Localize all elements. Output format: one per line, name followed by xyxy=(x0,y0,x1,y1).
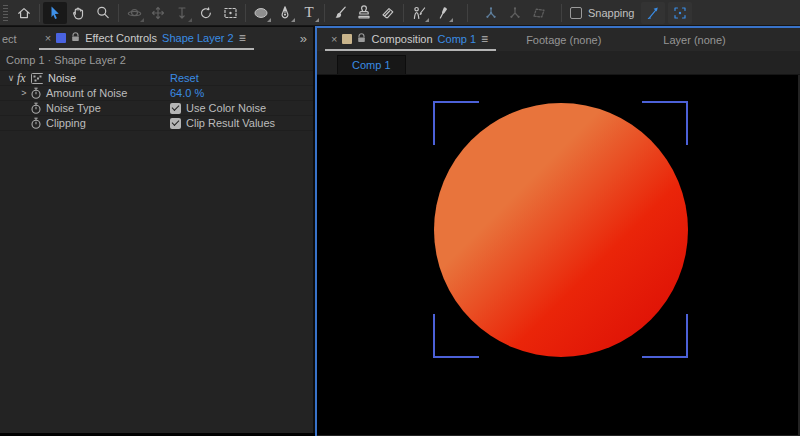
puppet-pin-icon xyxy=(435,5,451,21)
lock-icon xyxy=(357,33,366,45)
pen-tool[interactable] xyxy=(273,2,297,24)
label-color-square xyxy=(342,34,352,44)
pan-camera-icon xyxy=(150,5,166,21)
effect-breadcrumb: Comp 1 · Shape Layer 2 xyxy=(0,50,313,71)
fx-badge[interactable]: fx xyxy=(17,71,31,86)
tab-overflow-chevron[interactable]: » xyxy=(300,27,306,50)
shape-tool[interactable] xyxy=(249,2,273,24)
snap-arrow-icon xyxy=(645,5,661,21)
tab-project-truncated[interactable]: ect xyxy=(0,33,25,45)
pan-behind-anchor-tool[interactable] xyxy=(218,2,242,24)
snap-beyond-layer-toggle[interactable] xyxy=(668,2,692,24)
toolbar-separator xyxy=(467,4,468,22)
toolbar-separator xyxy=(403,4,404,22)
brush-icon xyxy=(332,5,348,21)
snap-along-edges-toggle[interactable] xyxy=(641,2,665,24)
snapping-control: Snapping xyxy=(570,7,635,19)
selection-tool[interactable] xyxy=(43,2,67,24)
ellipse-shape-icon xyxy=(252,5,270,21)
orbit-camera-tool[interactable] xyxy=(122,2,146,24)
property-row-amount[interactable]: > Amount of Noise 64.0 % xyxy=(0,86,313,101)
after-effects-window: T Snapping xyxy=(0,0,800,436)
roto-brush-tool[interactable] xyxy=(407,2,431,24)
composition-viewer[interactable] xyxy=(317,75,798,435)
stopwatch-icon[interactable] xyxy=(30,102,42,115)
dolly-camera-tool[interactable] xyxy=(170,2,194,24)
joint-icon xyxy=(483,5,499,21)
effect-name: Noise xyxy=(48,72,76,84)
selection-corner-bottom-left[interactable] xyxy=(433,314,479,358)
selection-corner-top-left[interactable] xyxy=(433,101,479,145)
toolbar-separator xyxy=(324,4,325,22)
effect-controls-panel: ect × Effect Controls Shape Layer 2 ≡ » … xyxy=(0,27,313,433)
clip-result-values-checkbox[interactable] xyxy=(170,118,181,129)
snapping-checkbox[interactable] xyxy=(570,7,582,19)
mesh-icon xyxy=(531,5,547,21)
tool-bar: T Snapping xyxy=(0,0,800,26)
lock-icon xyxy=(71,32,80,44)
clone-stamp-icon xyxy=(356,5,372,21)
selection-corner-bottom-right[interactable] xyxy=(642,314,688,358)
label-color-square xyxy=(56,33,66,43)
panel-title: Effect Controls xyxy=(85,32,157,44)
puppet-pin-tool[interactable] xyxy=(431,2,455,24)
close-icon[interactable]: × xyxy=(45,32,51,44)
tab-effect-controls[interactable]: × Effect Controls Shape Layer 2 ≡ xyxy=(39,27,254,50)
puppet-advanced-pin-tool[interactable] xyxy=(527,2,551,24)
type-tool[interactable]: T xyxy=(297,2,321,24)
dolly-camera-icon xyxy=(174,5,190,21)
toolbar-separator xyxy=(118,4,119,22)
selection-corner-top-right[interactable] xyxy=(642,101,688,145)
clone-stamp-tool[interactable] xyxy=(352,2,376,24)
toolbar-grip-handle[interactable] xyxy=(3,5,8,21)
roto-brush-icon xyxy=(411,5,428,21)
orbit-camera-icon xyxy=(126,5,143,21)
pen-icon xyxy=(277,5,293,21)
property-label: Clipping xyxy=(46,117,86,129)
collapse-icon[interactable]: ∨ xyxy=(5,73,17,83)
property-row-noise-type[interactable]: Noise Type Use Color Noise xyxy=(0,101,313,116)
stopwatch-icon[interactable] xyxy=(30,117,42,130)
composition-tabstrip: × Composition Comp 1 ≡ Footage (none) La… xyxy=(317,28,800,51)
use-color-noise-checkbox[interactable] xyxy=(170,103,181,114)
viewer-tab-comp1[interactable]: Comp 1 xyxy=(337,55,406,74)
eraser-icon xyxy=(380,5,396,21)
property-label: Noise Type xyxy=(46,102,101,114)
snapping-label: Snapping xyxy=(588,7,635,19)
tab-footage[interactable]: Footage (none) xyxy=(526,34,601,46)
effect-controls-tabstrip: ect × Effect Controls Shape Layer 2 ≡ » xyxy=(0,27,313,50)
panel-target-layer: Shape Layer 2 xyxy=(162,32,234,44)
close-icon[interactable]: × xyxy=(331,33,337,45)
viewer-tabstrip: Comp 1 xyxy=(317,51,800,75)
brush-tool[interactable] xyxy=(328,2,352,24)
rotation-tool[interactable] xyxy=(194,2,218,24)
pan-camera-tool[interactable] xyxy=(146,2,170,24)
effect-icon xyxy=(31,73,43,84)
rotation-icon xyxy=(198,5,214,21)
hand-icon xyxy=(71,5,87,21)
tab-layer[interactable]: Layer (none) xyxy=(663,34,725,46)
checkbox-label: Clip Result Values xyxy=(186,117,275,129)
panel-menu-icon[interactable]: ≡ xyxy=(481,32,488,46)
puppet-starch-pin-tool[interactable] xyxy=(503,2,527,24)
expand-icon[interactable]: > xyxy=(18,88,30,98)
magnifier-icon xyxy=(95,5,111,21)
effect-reset-link[interactable]: Reset xyxy=(170,72,199,84)
selection-arrow-icon xyxy=(47,5,63,21)
puppet-position-pin-tool[interactable] xyxy=(479,2,503,24)
hand-tool[interactable] xyxy=(67,2,91,24)
tab-composition[interactable]: × Composition Comp 1 ≡ xyxy=(325,28,496,51)
eraser-tool[interactable] xyxy=(376,2,400,24)
toolbar-separator xyxy=(39,4,40,22)
panel-title: Composition xyxy=(371,33,432,45)
effect-header-row[interactable]: ∨ fx Noise Reset xyxy=(0,71,313,86)
snap-region-icon xyxy=(672,5,688,21)
toolbar-separator xyxy=(245,4,246,22)
panel-menu-icon[interactable]: ≡ xyxy=(239,31,246,45)
type-icon: T xyxy=(304,5,313,20)
home-button[interactable] xyxy=(12,2,36,24)
property-value[interactable]: 64.0 % xyxy=(170,87,204,99)
zoom-tool[interactable] xyxy=(91,2,115,24)
property-row-clipping[interactable]: Clipping Clip Result Values xyxy=(0,116,313,131)
stopwatch-icon[interactable] xyxy=(30,87,42,100)
